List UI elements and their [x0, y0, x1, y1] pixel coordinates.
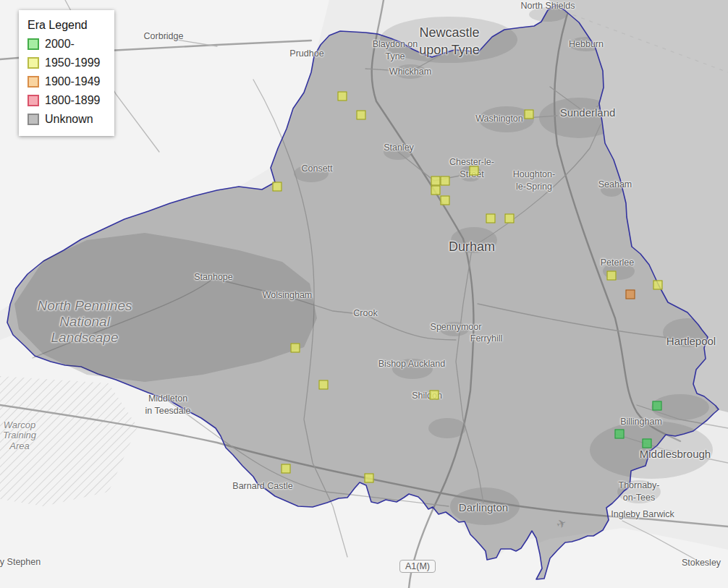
legend-swatch: [27, 57, 39, 69]
legend-swatch: [27, 114, 39, 125]
legend-item-label: Unknown: [45, 113, 93, 126]
legend-item: 1800-1899: [27, 94, 106, 107]
legend-item: Unknown: [27, 113, 106, 126]
era-marker[interactable]: [431, 186, 441, 195]
legend-swatch: [27, 95, 39, 106]
era-marker[interactable]: [525, 110, 534, 119]
legend-title: Era Legend: [27, 19, 106, 32]
era-marker[interactable]: [653, 281, 663, 290]
legend-item-label: 1800-1899: [45, 94, 101, 107]
era-marker[interactable]: [486, 214, 496, 223]
era-legend: Era Legend 2000-1950-19991900-19491800-1…: [19, 10, 114, 136]
era-marker[interactable]: [282, 464, 291, 474]
era-marker[interactable]: [319, 380, 329, 390]
era-marker[interactable]: [441, 196, 450, 205]
legend-items: 2000-1950-19991900-19491800-1899Unknown: [27, 38, 106, 126]
era-marker[interactable]: [615, 430, 625, 439]
era-marker[interactable]: [607, 271, 617, 281]
era-marker[interactable]: [291, 344, 300, 353]
legend-item-label: 1950-1999: [45, 56, 101, 69]
legend-swatch: [27, 76, 39, 88]
legend-item-label: 1900-1949: [45, 75, 101, 88]
legend-item-label: 2000-: [45, 38, 75, 51]
era-marker[interactable]: [431, 176, 441, 186]
era-marker[interactable]: [643, 439, 652, 448]
era-marker[interactable]: [505, 214, 515, 223]
era-marker[interactable]: [357, 111, 366, 120]
era-marker[interactable]: [626, 290, 635, 299]
era-marker[interactable]: [338, 92, 347, 101]
era-marker[interactable]: [653, 401, 662, 411]
era-marker[interactable]: [273, 182, 282, 192]
era-marker[interactable]: [430, 391, 439, 400]
era-marker[interactable]: [470, 166, 479, 176]
legend-item: 2000-: [27, 38, 106, 51]
era-marker[interactable]: [365, 474, 374, 483]
road-badge-a1m: A1(M): [399, 560, 436, 573]
map-canvas[interactable]: North ShieldsNewcastleupon TyneHebburnHe…: [0, 0, 728, 588]
legend-item: 1900-1949: [27, 75, 106, 88]
legend-swatch: [27, 38, 39, 50]
era-marker[interactable]: [441, 176, 450, 186]
legend-item: 1950-1999: [27, 56, 106, 69]
